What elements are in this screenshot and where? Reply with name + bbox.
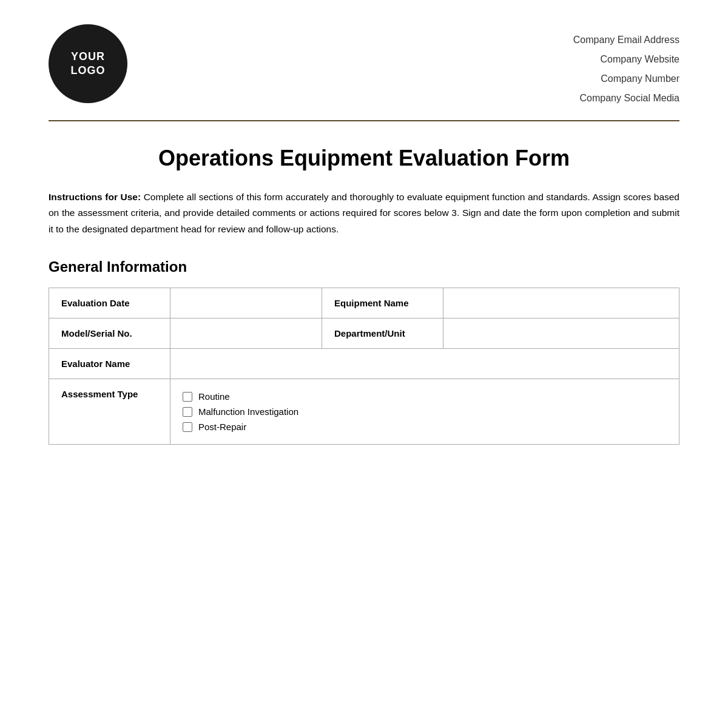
form-title: Operations Equipment Evaluation Form	[49, 146, 679, 171]
table-row-1: Evaluation Date Equipment Name	[49, 288, 679, 318]
department-unit-label: Department/Unit	[322, 318, 443, 349]
evaluator-name-value[interactable]	[170, 349, 679, 379]
equipment-name-value[interactable]	[443, 288, 679, 318]
company-number-label: Company Number	[573, 69, 679, 89]
checkbox-malfunction-box[interactable]	[183, 407, 192, 417]
instructions-bold: Instructions for Use:	[49, 192, 141, 202]
department-unit-value[interactable]	[443, 318, 679, 349]
instructions: Instructions for Use: Complete all secti…	[49, 189, 679, 237]
checkbox-malfunction-label: Malfunction Investigation	[198, 406, 298, 417]
general-info-title: General Information	[49, 258, 679, 275]
evaluation-date-value[interactable]	[170, 288, 322, 318]
company-email-label: Company Email Address	[573, 30, 679, 50]
checkbox-group: Routine Malfunction Investigation Post-R…	[183, 389, 667, 434]
model-serial-value[interactable]	[170, 318, 322, 349]
instructions-text: Complete all sections of this form accur…	[49, 192, 679, 234]
checkbox-routine-label: Routine	[198, 391, 230, 402]
page: YOUR LOGO Company Email Address Company …	[0, 0, 728, 728]
checkbox-postrepair-label: Post-Repair	[198, 422, 246, 432]
checkbox-postrepair-box[interactable]	[183, 422, 192, 432]
company-website-label: Company Website	[573, 50, 679, 69]
model-serial-label: Model/Serial No.	[49, 318, 170, 349]
general-info-table: Evaluation Date Equipment Name Model/Ser…	[49, 288, 679, 445]
company-logo: YOUR LOGO	[49, 24, 127, 103]
header-divider	[49, 120, 679, 121]
checkbox-routine[interactable]: Routine	[183, 391, 667, 402]
table-row-2: Model/Serial No. Department/Unit	[49, 318, 679, 349]
logo-line1: YOUR	[71, 50, 105, 64]
assessment-type-options: Routine Malfunction Investigation Post-R…	[170, 379, 679, 445]
company-social-label: Company Social Media	[573, 89, 679, 108]
checkbox-routine-box[interactable]	[183, 392, 192, 402]
table-row-3: Evaluator Name	[49, 349, 679, 379]
evaluation-date-label: Evaluation Date	[49, 288, 170, 318]
assessment-type-label: Assessment Type	[49, 379, 170, 445]
checkbox-malfunction[interactable]: Malfunction Investigation	[183, 406, 667, 417]
checkbox-postrepair[interactable]: Post-Repair	[183, 422, 667, 432]
table-row-4: Assessment Type Routine Malfunction Inve…	[49, 379, 679, 445]
logo-line2: LOGO	[71, 64, 106, 78]
company-info: Company Email Address Company Website Co…	[573, 24, 679, 108]
equipment-name-label: Equipment Name	[322, 288, 443, 318]
evaluator-name-label: Evaluator Name	[49, 349, 170, 379]
header: YOUR LOGO Company Email Address Company …	[49, 24, 679, 108]
